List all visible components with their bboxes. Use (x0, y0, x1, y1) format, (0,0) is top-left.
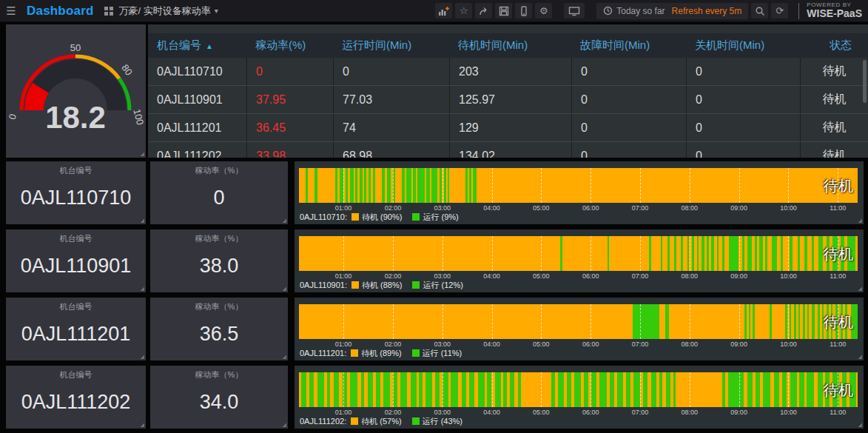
chevron-down-icon[interactable]: ▾ (215, 7, 218, 15)
powered-by-brand: POWERED BY WISE-PaaS (807, 2, 862, 19)
run-segment (707, 236, 709, 271)
cell-fault: 0 (571, 58, 686, 85)
run-segment (747, 236, 752, 271)
run-segment (599, 372, 607, 407)
refresh-icon: ⟳ (776, 5, 784, 16)
col-header-standby[interactable]: 待机时间(Min) (449, 38, 571, 53)
cell-fault: 0 (571, 86, 686, 113)
share-button[interactable] (475, 3, 492, 19)
star-button[interactable]: ☆ (455, 3, 472, 19)
standby-swatch (351, 213, 359, 221)
breadcrumb[interactable]: 万豪/ 实时设备稼动率 (119, 4, 211, 18)
run-segment (309, 372, 314, 407)
table-row[interactable]: 0AJL110901 37.95 77.03 125.97 0 0 待机 (148, 86, 868, 114)
gridline (443, 168, 443, 203)
timeline-bar[interactable]: 待机 (299, 304, 858, 339)
legend-run-label[interactable]: 运行 (9%) (423, 212, 458, 223)
app-logo[interactable]: Dashboard (27, 4, 94, 19)
time-range-picker[interactable]: Today so far Refresh every 5m (596, 3, 748, 19)
run-segment (560, 236, 562, 271)
run-segment (722, 236, 724, 271)
gridline (640, 168, 641, 203)
legend-standby-label[interactable]: 待机 (89%) (361, 348, 401, 359)
col-header-fault[interactable]: 故障时间(Min) (571, 38, 686, 53)
cell-machine: 0AJL111201 (148, 114, 246, 141)
run-segment (551, 372, 555, 407)
gridline (541, 372, 542, 407)
gauge-value: 18.2 (45, 100, 106, 135)
timeline-bar[interactable]: 待机 (299, 372, 858, 407)
top-navbar: ☰ Dashboard 万豪/ 实时设备稼动率 ▾ ☆ ⚙ (0, 0, 868, 22)
gridline (640, 236, 641, 271)
gridline (640, 304, 641, 339)
gridline (492, 168, 493, 203)
gauge-label-min: 0 (6, 113, 18, 121)
gauge-label-50: 50 (70, 42, 81, 53)
run-segment (444, 168, 446, 203)
cell-runtime: 68.98 (333, 142, 449, 158)
gridline (393, 372, 394, 407)
settings-button[interactable]: ⚙ (535, 3, 552, 19)
timeline-bar[interactable]: 待机 (299, 236, 858, 271)
run-segment (798, 236, 800, 271)
save-button[interactable] (495, 3, 512, 19)
table-scrollbar[interactable] (863, 60, 867, 103)
gauge-label-max: 100 (131, 108, 146, 127)
axis-tick-label: 07:00 (632, 272, 649, 280)
axis-tick-label: 11:00 (830, 204, 846, 212)
run-segment (729, 236, 739, 271)
add-panel-icon (438, 6, 449, 16)
cell-fault: 0 (571, 114, 686, 141)
run-segment (443, 372, 448, 407)
table-row[interactable]: 0AJL111201 36.45 74 129 0 0 待机 (148, 114, 868, 142)
axis-tick-label: 06:00 (582, 340, 599, 348)
gridline (393, 168, 394, 203)
gauge-value-arc (34, 88, 41, 110)
cell-utilization: 37.95 (246, 86, 333, 113)
axis-tick-label: 11:00 (830, 409, 846, 416)
mobile-button[interactable] (515, 3, 532, 19)
table-row[interactable]: 0AJL111202 33.98 68.98 134.02 0 0 待机 (148, 142, 868, 158)
timeline-bar[interactable]: 待机 (299, 168, 858, 203)
zoom-out-button[interactable] (751, 3, 768, 19)
dashboard-grid-icon[interactable] (104, 7, 113, 16)
axis-tick-label: 10:00 (780, 272, 797, 280)
add-panel-button[interactable] (435, 3, 452, 19)
refresh-button[interactable]: ⟳ (771, 3, 788, 19)
col-header-runtime[interactable]: 运行时间(Min) (333, 38, 449, 53)
legend-standby-label[interactable]: 待机 (88%) (362, 280, 402, 291)
run-segment (435, 372, 440, 407)
legend-standby-label[interactable]: 待机 (57%) (361, 416, 401, 427)
col-header-utilization[interactable]: 稼动率(%) (246, 38, 333, 53)
col-header-status[interactable]: 状态 (800, 38, 868, 53)
cell-standby: 203 (449, 58, 571, 85)
utilization-card: 稼动率（%） 38.0 (150, 229, 288, 292)
run-segment (369, 168, 371, 203)
legend-run-label[interactable]: 运行 (12%) (423, 280, 462, 291)
legend-standby-label[interactable]: 待机 (90%) (362, 212, 402, 223)
run-swatch (412, 417, 420, 425)
gridline (492, 304, 493, 339)
run-segment (728, 372, 744, 407)
axis-tick-label: 07:00 (632, 409, 649, 416)
card-value: 0AJL111202 (6, 391, 146, 414)
axis-tick-label: 08:00 (682, 204, 699, 212)
col-header-off[interactable]: 关机时间(Min) (686, 38, 800, 53)
run-segment (681, 236, 683, 271)
table-row[interactable]: 0AJL110710 0 0 203 0 0 待机 (148, 58, 868, 86)
run-segment (661, 236, 662, 271)
gridline (393, 236, 394, 271)
run-segment (765, 236, 767, 271)
legend-run-label[interactable]: 运行 (43%) (423, 416, 462, 427)
col-header-machine[interactable]: 机台编号▲ (148, 38, 246, 53)
legend-run-label[interactable]: 运行 (11%) (423, 348, 462, 359)
tv-mode-button[interactable] (564, 3, 585, 19)
run-segment (617, 372, 623, 407)
run-segment (799, 372, 804, 407)
run-segment (782, 372, 787, 407)
menu-icon[interactable]: ☰ (0, 4, 22, 18)
standby-swatch (351, 281, 359, 289)
card-value: 0AJL110710 (6, 187, 146, 209)
run-segment (759, 236, 763, 271)
cell-off: 0 (686, 142, 800, 158)
